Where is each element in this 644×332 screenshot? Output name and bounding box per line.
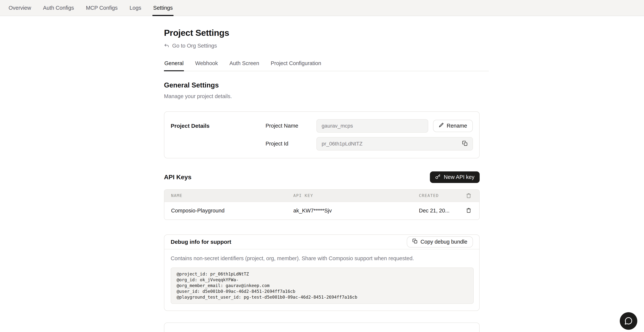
- chat-support-button[interactable]: [620, 312, 637, 330]
- copy-icon: [412, 239, 418, 245]
- settings-tabs: General Webhook Auth Screen Project Conf…: [164, 60, 489, 71]
- nav-item-logs[interactable]: Logs: [129, 0, 142, 16]
- api-keys-table: NAME API KEY CREATED Composio-Playground…: [164, 189, 480, 220]
- code-line: @user_id: d5e001b0-09ac-46d2-8451-2694ff…: [177, 288, 468, 294]
- api-key-created-cell: Dec 21, 20...: [419, 208, 466, 214]
- key-icon: [435, 174, 441, 181]
- project-name-field[interactable]: gaurav_mcps: [316, 119, 428, 133]
- nav-item-overview[interactable]: Overview: [8, 0, 32, 16]
- copy-debug-bundle-button[interactable]: Copy debug bundle: [407, 236, 473, 247]
- copy-project-id-button[interactable]: [462, 141, 468, 147]
- copy-debug-bundle-label: Copy debug bundle: [420, 239, 467, 245]
- corner-up-left-icon: [164, 43, 170, 49]
- project-id-value: pr_06th1pLdNtTZ: [322, 141, 362, 147]
- go-to-org-settings-label: Go to Org Settings: [172, 43, 217, 49]
- rename-label: Rename: [447, 123, 467, 129]
- tab-webhook[interactable]: Webhook: [195, 60, 218, 71]
- column-header-name: NAME: [164, 193, 293, 198]
- debug-description: Contains non-secret identifiers (project…: [171, 255, 473, 261]
- project-id-label: Project Id: [266, 141, 316, 147]
- delete-api-key-button[interactable]: [466, 208, 472, 214]
- code-line: @playground_test_user_id: pg-test-d5e001…: [177, 294, 468, 300]
- api-key-name-cell: Composio-Playground: [164, 208, 293, 214]
- tab-auth-screen[interactable]: Auth Screen: [229, 60, 260, 71]
- debug-code-block: @project_id: pr_06th1pLdNtTZ@org_id: ok_…: [171, 267, 474, 304]
- trash-icon: [466, 193, 479, 198]
- project-details-title: Project Details: [171, 119, 266, 151]
- new-api-key-label: New API key: [444, 174, 474, 180]
- code-line: @org_id: ok_jVveqqkYFWa-: [177, 277, 468, 283]
- tab-project-configuration[interactable]: Project Configuration: [270, 60, 322, 71]
- nav-item-auth-configs[interactable]: Auth Configs: [42, 0, 75, 16]
- project-name-label: Project Name: [266, 123, 316, 129]
- rename-button[interactable]: Rename: [433, 120, 473, 132]
- table-row: Composio-Playground ak_KW7*****Sjv Dec 2…: [164, 202, 479, 219]
- project-name-value: gaurav_mcps: [322, 123, 353, 129]
- trash-icon: [466, 208, 472, 214]
- pencil-icon: [439, 123, 444, 129]
- api-keys-heading: API Keys: [164, 173, 191, 181]
- nav-item-settings[interactable]: Settings: [152, 0, 174, 16]
- api-keys-table-header: NAME API KEY CREATED: [164, 190, 479, 202]
- code-line: @org_member_email: gaurav@inkeep.com: [177, 283, 468, 288]
- debug-info-card: Debug info for support Copy debug bundle…: [164, 234, 480, 311]
- code-line: @project_id: pr_06th1pLdNtTZ: [177, 271, 468, 277]
- chat-bubble-icon: [624, 316, 633, 326]
- top-nav: Overview Auth Configs MCP Configs Logs S…: [0, 0, 644, 16]
- general-settings-heading: General Settings: [164, 81, 489, 89]
- go-to-org-settings-link[interactable]: Go to Org Settings: [164, 43, 217, 49]
- debug-info-title: Debug info for support: [171, 239, 231, 245]
- api-key-value-cell: ak_KW7*****Sjv: [293, 208, 419, 214]
- column-header-created: CREATED: [419, 193, 466, 198]
- next-section-card: [164, 322, 480, 332]
- general-settings-subtitle: Manage your project details.: [164, 93, 489, 99]
- project-details-card: Project Details Project Name gaurav_mcps…: [164, 111, 480, 158]
- tab-general[interactable]: General: [164, 60, 184, 71]
- nav-item-mcp-configs[interactable]: MCP Configs: [85, 0, 118, 16]
- page-title: Project Settings: [164, 28, 489, 38]
- new-api-key-button[interactable]: New API key: [430, 171, 480, 183]
- copy-icon: [462, 141, 468, 147]
- column-header-api-key: API KEY: [293, 193, 419, 198]
- project-id-field: pr_06th1pLdNtTZ: [316, 137, 473, 151]
- settings-page: Project Settings Go to Org Settings Gene…: [164, 28, 489, 332]
